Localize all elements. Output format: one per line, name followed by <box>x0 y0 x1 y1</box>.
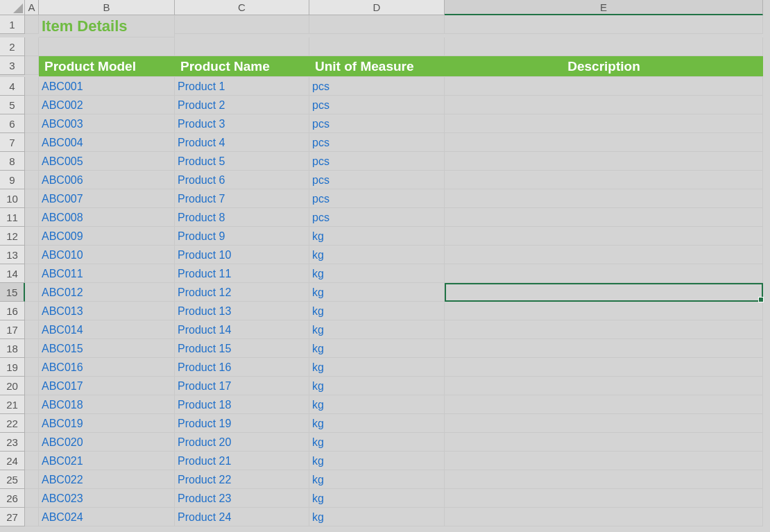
cell-product-name[interactable]: Product 5 <box>175 152 309 171</box>
cell-product-name[interactable]: Product 13 <box>175 302 309 320</box>
cell-unit-of-measure[interactable]: pcs <box>309 152 445 171</box>
row-header-8[interactable]: 8 <box>0 152 25 171</box>
row-header-2[interactable]: 2 <box>0 37 25 56</box>
cell-description[interactable] <box>445 246 763 264</box>
row-header-21[interactable]: 21 <box>0 395 25 414</box>
row-header-10[interactable]: 10 <box>0 189 25 208</box>
cell-A23[interactable] <box>25 433 39 452</box>
cell-product-name[interactable]: Product 23 <box>175 489 309 508</box>
cell-product-model[interactable]: ABC003 <box>39 114 175 133</box>
row-header-11[interactable]: 11 <box>0 208 25 227</box>
cell-D2[interactable] <box>309 37 445 56</box>
table-header-product-name[interactable]: Product Name <box>175 56 309 77</box>
cell-A1[interactable] <box>25 15 39 34</box>
row-header-27[interactable]: 27 <box>0 508 25 526</box>
cell-product-model[interactable]: ABC006 <box>39 171 175 189</box>
cell-A9[interactable] <box>25 171 39 189</box>
cell-product-model[interactable]: ABC016 <box>39 358 175 377</box>
cell-product-name[interactable]: Product 21 <box>175 452 309 470</box>
cell-product-model[interactable]: ABC001 <box>39 77 175 96</box>
cell-A18[interactable] <box>25 339 39 358</box>
cell-description[interactable] <box>445 339 763 358</box>
cell-product-name[interactable]: Product 6 <box>175 171 309 189</box>
table-header-unit-of-measure[interactable]: Unit of Measure <box>309 56 445 77</box>
cell-description[interactable] <box>445 377 763 395</box>
cell-description[interactable] <box>445 227 763 246</box>
row-header-15[interactable]: 15 <box>0 283 25 302</box>
cell-description[interactable] <box>445 470 763 489</box>
col-header-B[interactable]: B <box>39 0 175 15</box>
cell-product-model[interactable]: ABC021 <box>39 452 175 470</box>
cell-A24[interactable] <box>25 452 39 470</box>
cell-unit-of-measure[interactable]: kg <box>309 433 445 452</box>
cell-unit-of-measure[interactable]: kg <box>309 283 445 302</box>
cell-product-name[interactable]: Product 24 <box>175 508 309 526</box>
cell-product-model[interactable]: ABC009 <box>39 227 175 246</box>
cell-B2[interactable] <box>39 37 175 56</box>
cell-unit-of-measure[interactable]: pcs <box>309 171 445 189</box>
cell-product-name[interactable]: Product 20 <box>175 433 309 452</box>
row-header-3[interactable]: 3 <box>0 56 25 75</box>
cell-product-name[interactable]: Product 22 <box>175 470 309 489</box>
cell-A27[interactable] <box>25 508 39 526</box>
row-header-9[interactable]: 9 <box>0 171 25 189</box>
cell-product-name[interactable]: Product 9 <box>175 227 309 246</box>
row-header-4[interactable]: 4 <box>0 77 25 96</box>
cell-product-model[interactable]: ABC013 <box>39 302 175 320</box>
cell-description[interactable] <box>445 508 763 526</box>
cell-description[interactable] <box>445 189 763 208</box>
cell-description[interactable] <box>445 208 763 227</box>
cell-product-model[interactable]: ABC002 <box>39 96 175 114</box>
page-title[interactable]: Item Details <box>39 15 175 37</box>
cell-unit-of-measure[interactable]: kg <box>309 414 445 433</box>
cell-product-name[interactable]: Product 19 <box>175 414 309 433</box>
cell-description[interactable] <box>445 171 763 189</box>
cell-product-model[interactable]: ABC004 <box>39 133 175 152</box>
cell-unit-of-measure[interactable]: kg <box>309 358 445 377</box>
cell-product-name[interactable]: Product 17 <box>175 377 309 395</box>
cell-product-name[interactable]: Product 14 <box>175 320 309 339</box>
cell-A26[interactable] <box>25 489 39 508</box>
cell-A3[interactable] <box>25 56 39 75</box>
cell-A6[interactable] <box>25 114 39 133</box>
cell-product-name[interactable]: Product 4 <box>175 133 309 152</box>
cell-product-model[interactable]: ABC011 <box>39 264 175 283</box>
cell-A15[interactable] <box>25 283 39 302</box>
col-header-C[interactable]: C <box>175 0 309 15</box>
cell-description[interactable] <box>445 114 763 133</box>
cell-description[interactable] <box>445 264 763 283</box>
cell-description[interactable] <box>445 283 763 302</box>
row-header-5[interactable]: 5 <box>0 96 25 114</box>
cell-A19[interactable] <box>25 358 39 377</box>
cell-A5[interactable] <box>25 96 39 114</box>
cell-unit-of-measure[interactable]: kg <box>309 339 445 358</box>
cell-unit-of-measure[interactable]: pcs <box>309 189 445 208</box>
cell-product-name[interactable]: Product 1 <box>175 77 309 96</box>
cell-unit-of-measure[interactable]: kg <box>309 320 445 339</box>
cell-product-name[interactable]: Product 8 <box>175 208 309 227</box>
cell-E1[interactable] <box>445 15 763 34</box>
cell-description[interactable] <box>445 358 763 377</box>
cell-product-model[interactable]: ABC019 <box>39 414 175 433</box>
cell-unit-of-measure[interactable]: kg <box>309 227 445 246</box>
row-header-16[interactable]: 16 <box>0 302 25 320</box>
row-header-6[interactable]: 6 <box>0 114 25 133</box>
cell-product-model[interactable]: ABC015 <box>39 339 175 358</box>
cell-description[interactable] <box>445 489 763 508</box>
cell-description[interactable] <box>445 77 763 96</box>
cell-product-model[interactable]: ABC010 <box>39 246 175 264</box>
cell-unit-of-measure[interactable]: kg <box>309 452 445 470</box>
cell-A4[interactable] <box>25 77 39 96</box>
row-header-7[interactable]: 7 <box>0 133 25 152</box>
cell-unit-of-measure[interactable]: kg <box>309 377 445 395</box>
cell-product-model[interactable]: ABC022 <box>39 470 175 489</box>
col-header-A[interactable]: A <box>25 0 39 15</box>
cell-A11[interactable] <box>25 208 39 227</box>
cell-unit-of-measure[interactable]: kg <box>309 302 445 320</box>
cell-unit-of-measure[interactable]: pcs <box>309 133 445 152</box>
cell-A17[interactable] <box>25 320 39 339</box>
cell-product-name[interactable]: Product 15 <box>175 339 309 358</box>
row-header-18[interactable]: 18 <box>0 339 25 358</box>
cell-product-name[interactable]: Product 11 <box>175 264 309 283</box>
row-header-22[interactable]: 22 <box>0 414 25 433</box>
